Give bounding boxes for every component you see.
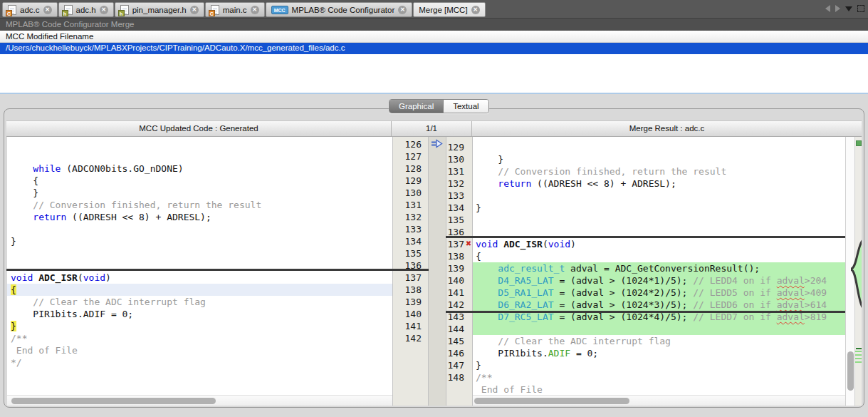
code-segment: >819 bbox=[805, 312, 827, 322]
code-segment: End of File bbox=[11, 345, 78, 356]
code-line-143: // Clear the ADC interrupt flag bbox=[476, 335, 845, 347]
code-segment: End of File bbox=[476, 384, 543, 395]
code-line-138: D4_RA5_LAT = (adval > (1024*1)/5); // LE… bbox=[473, 274, 845, 287]
code-segment bbox=[33, 272, 38, 283]
file-path-row[interactable]: /Users/chuckhellebuyck/MPLABXProjects/CI… bbox=[0, 43, 868, 54]
code-segment: = (adval > (1024*4)/5); bbox=[554, 312, 694, 322]
code-line-137: adc_result_t adval = ADC_GetConversionRe… bbox=[473, 262, 845, 274]
code-segment: >614 bbox=[805, 299, 827, 310]
code-segment bbox=[476, 336, 498, 346]
code-segment: // Conversion finished, return the resul… bbox=[498, 166, 726, 177]
close-tab-icon[interactable]: ✕ bbox=[398, 6, 407, 14]
code-line-140: /** bbox=[11, 332, 392, 344]
code-line-131 bbox=[11, 223, 392, 235]
error-stripe-current-mark[interactable] bbox=[856, 140, 862, 146]
close-tab-icon[interactable]: ✕ bbox=[100, 6, 108, 14]
line-number-144: 144 bbox=[446, 323, 472, 335]
code-line-138: PIR1bits.ADIF = 0; bbox=[11, 308, 392, 320]
line-number-139: 139 bbox=[393, 296, 428, 308]
close-tab-icon[interactable]: ✕ bbox=[251, 6, 259, 14]
tab-mplab-code-configurator[interactable]: MCCMPLAB® Code Configurator✕ bbox=[266, 2, 413, 17]
code-segment bbox=[476, 312, 498, 322]
file-table-column-header[interactable]: MCC Modified Filename bbox=[0, 31, 868, 43]
code-segment bbox=[498, 239, 503, 249]
error-stripe-change-marks[interactable] bbox=[855, 348, 862, 365]
left-code-pane[interactable]: while (ADCON0bits.GO_nDONE) { } // Conve… bbox=[7, 137, 392, 406]
maximize-window-icon[interactable] bbox=[857, 5, 864, 12]
code-segment: } bbox=[11, 187, 38, 198]
tab-main-c[interactable]: Cmain.c✕ bbox=[205, 2, 265, 17]
tab-merge-mcc-[interactable]: Merge [MCC]✕ bbox=[413, 2, 485, 17]
left-hscroll-thumb[interactable] bbox=[11, 398, 216, 404]
code-segment bbox=[476, 178, 498, 189]
code-segment: adc_result_t bbox=[498, 263, 565, 274]
tab-pin-manager-h[interactable]: hpin_manager.h✕ bbox=[115, 2, 204, 17]
code-segment: } bbox=[11, 321, 16, 331]
code-segment: return bbox=[33, 212, 66, 222]
tab-adc-h[interactable]: hadc.h✕ bbox=[58, 2, 114, 17]
line-number-137: 137 bbox=[393, 272, 428, 284]
code-segment bbox=[11, 212, 33, 222]
code-segment: >204 bbox=[805, 275, 827, 286]
code-segment: ( bbox=[543, 239, 548, 249]
code-segment: { bbox=[11, 284, 16, 295]
tab-label: main.c bbox=[223, 6, 247, 14]
reject-change-x-icon[interactable]: ✖ bbox=[464, 240, 473, 248]
left-horizontal-scrollbar[interactable] bbox=[7, 395, 392, 406]
tab-list-dropdown-icon[interactable] bbox=[845, 6, 852, 11]
code-line-142: */ bbox=[11, 356, 392, 369]
code-segment bbox=[476, 263, 498, 274]
line-number-130: 130 bbox=[446, 153, 472, 165]
line-number-132: 132 bbox=[446, 177, 472, 190]
diff-connector-strip bbox=[429, 137, 446, 406]
code-segment: D5_RA1_LAT bbox=[498, 287, 553, 298]
code-segment: ADIF bbox=[548, 348, 570, 359]
line-number-138: 138 bbox=[393, 284, 428, 296]
pane-headers: MCC Updated Code : Generated 1/1 Merge R… bbox=[6, 120, 862, 137]
code-segment: = (adval > (1024*1)/5); bbox=[554, 275, 694, 286]
code-line-139: D5_RA1_LAT = (adval > (1024*2)/5); // LE… bbox=[473, 287, 845, 299]
line-number-132: 132 bbox=[393, 211, 428, 223]
line-number-147: 147 bbox=[446, 359, 472, 371]
tab-graphical[interactable]: Graphical bbox=[389, 100, 443, 113]
editor-tab-bar: Cadc.c✕hadc.h✕hpin_manager.h✕Cmain.c✕MCC… bbox=[0, 0, 868, 19]
code-segment: { bbox=[11, 175, 38, 186]
line-number-140: 140 bbox=[393, 308, 428, 320]
code-segment: adval bbox=[777, 299, 805, 310]
line-number-135: 135 bbox=[446, 214, 472, 226]
line-number-146: 146 bbox=[446, 347, 472, 359]
code-segment: } bbox=[476, 202, 481, 213]
next-diff-arrow-icon[interactable] bbox=[431, 139, 443, 148]
tab-textual[interactable]: Textual bbox=[443, 100, 488, 113]
code-segment bbox=[476, 275, 498, 286]
previous-tab-icon[interactable] bbox=[825, 5, 830, 12]
code-segment: ) bbox=[105, 272, 111, 283]
code-line-133 bbox=[476, 214, 845, 226]
h-file-icon: h bbox=[120, 5, 129, 15]
code-segment: ADC_ISR bbox=[503, 239, 543, 249]
merge-block-bottom-border bbox=[446, 311, 845, 313]
code-segment: ((ADRESH << 8) + ADRESL); bbox=[66, 212, 211, 222]
code-segment: void bbox=[476, 239, 498, 249]
tab-adc-c[interactable]: Cadc.c✕ bbox=[2, 2, 58, 17]
code-segment: } bbox=[11, 236, 16, 247]
right-hscroll-thumb[interactable] bbox=[474, 398, 629, 404]
code-segment: /** bbox=[11, 333, 27, 344]
code-segment: } bbox=[476, 154, 503, 165]
right-horizontal-scrollbar[interactable] bbox=[473, 395, 845, 406]
code-segment: = (adval > (1024*2)/5); bbox=[554, 287, 694, 298]
next-tab-icon[interactable] bbox=[835, 5, 840, 12]
right-vscroll-thumb[interactable] bbox=[847, 351, 854, 391]
line-number-133: 133 bbox=[393, 223, 428, 235]
close-tab-icon[interactable]: ✕ bbox=[43, 6, 52, 14]
code-segment: /** bbox=[476, 372, 492, 383]
close-tab-icon[interactable]: ✕ bbox=[471, 6, 480, 14]
code-segment: D7_RC5_LAT bbox=[498, 312, 553, 322]
line-number-126: 126 bbox=[393, 138, 428, 150]
code-segment: // Clear the ADC interrupt flag bbox=[33, 297, 206, 307]
close-tab-icon[interactable]: ✕ bbox=[190, 6, 199, 14]
right-pane-title: Merge Result : adc.c bbox=[472, 121, 862, 136]
right-code-pane[interactable]: } // Conversion finished, return the res… bbox=[473, 137, 845, 406]
code-segment: // Conversion finished, return the resul… bbox=[33, 200, 261, 210]
code-line-147: End of File bbox=[476, 383, 845, 396]
